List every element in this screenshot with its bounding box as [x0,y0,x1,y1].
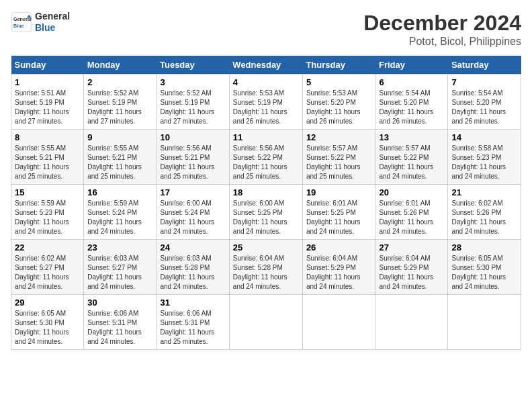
day-number: 11 [233,132,299,142]
calendar-day-13: 13Sunrise: 5:57 AM Sunset: 5:22 PM Dayli… [375,130,448,185]
day-number: 14 [451,132,517,142]
day-detail: Sunrise: 5:54 AM Sunset: 5:20 PM Dayligh… [379,89,444,126]
logo-icon: General Blue [11,11,32,33]
day-detail: Sunrise: 5:53 AM Sunset: 5:19 PM Dayligh… [233,89,299,126]
day-header-saturday: Saturday [448,56,521,75]
day-detail: Sunrise: 5:58 AM Sunset: 5:23 PM Dayligh… [451,144,517,181]
empty-cell [375,295,448,350]
calendar-day-9: 9Sunrise: 5:55 AM Sunset: 5:21 PM Daylig… [84,130,157,185]
calendar-day-3: 3Sunrise: 5:52 AM Sunset: 5:19 PM Daylig… [157,75,229,130]
day-detail: Sunrise: 6:04 AM Sunset: 5:28 PM Dayligh… [233,254,299,291]
calendar-day-30: 30Sunrise: 6:06 AM Sunset: 5:31 PM Dayli… [84,295,157,350]
day-number: 26 [306,242,372,253]
calendar-day-10: 10Sunrise: 5:56 AM Sunset: 5:21 PM Dayli… [157,130,229,185]
calendar-day-2: 2Sunrise: 5:52 AM Sunset: 5:19 PM Daylig… [84,75,157,130]
day-number: 2 [87,77,152,87]
day-number: 12 [306,132,372,142]
day-number: 29 [15,298,80,308]
day-number: 1 [15,77,80,87]
day-detail: Sunrise: 6:04 AM Sunset: 5:29 PM Dayligh… [379,254,444,291]
day-detail: Sunrise: 6:05 AM Sunset: 5:30 PM Dayligh… [15,309,80,347]
calendar-week-1: 1Sunrise: 5:51 AM Sunset: 5:19 PM Daylig… [11,75,521,130]
day-header-friday: Friday [375,56,448,75]
calendar-table: SundayMondayTuesdayWednesdayThursdayFrid… [11,56,521,350]
day-detail: Sunrise: 5:54 AM Sunset: 5:20 PM Dayligh… [451,89,517,126]
day-detail: Sunrise: 5:51 AM Sunset: 5:19 PM Dayligh… [15,89,80,126]
day-detail: Sunrise: 5:56 AM Sunset: 5:22 PM Dayligh… [233,144,299,181]
day-detail: Sunrise: 6:06 AM Sunset: 5:31 PM Dayligh… [87,309,152,347]
empty-cell [448,295,521,350]
day-header-tuesday: Tuesday [157,56,229,75]
day-header-thursday: Thursday [302,56,375,75]
calendar-day-16: 16Sunrise: 5:59 AM Sunset: 5:24 PM Dayli… [84,185,157,240]
day-number: 17 [160,187,225,197]
day-detail: Sunrise: 6:00 AM Sunset: 5:24 PM Dayligh… [160,199,225,236]
day-number: 16 [87,187,152,197]
page-header: General Blue General Blue December 2024 … [11,11,521,48]
day-detail: Sunrise: 6:00 AM Sunset: 5:25 PM Dayligh… [233,199,299,236]
day-number: 19 [306,187,372,197]
calendar-day-4: 4Sunrise: 5:53 AM Sunset: 5:19 PM Daylig… [229,75,302,130]
title-block: December 2024 Potot, Bicol, Philippines [363,11,521,48]
day-detail: Sunrise: 5:52 AM Sunset: 5:19 PM Dayligh… [87,89,152,126]
day-detail: Sunrise: 6:02 AM Sunset: 5:27 PM Dayligh… [15,254,80,291]
calendar-day-17: 17Sunrise: 6:00 AM Sunset: 5:24 PM Dayli… [157,185,229,240]
day-number: 24 [160,242,225,253]
day-detail: Sunrise: 5:53 AM Sunset: 5:20 PM Dayligh… [306,89,372,126]
day-detail: Sunrise: 6:03 AM Sunset: 5:27 PM Dayligh… [87,254,152,291]
month-title: December 2024 [363,11,521,36]
logo-line2: Blue [35,22,55,33]
calendar-day-6: 6Sunrise: 5:54 AM Sunset: 5:20 PM Daylig… [375,75,448,130]
day-detail: Sunrise: 6:04 AM Sunset: 5:29 PM Dayligh… [306,254,372,291]
day-number: 8 [15,132,80,142]
calendar-day-25: 25Sunrise: 6:04 AM Sunset: 5:28 PM Dayli… [229,240,302,295]
calendar-day-12: 12Sunrise: 5:57 AM Sunset: 5:22 PM Dayli… [302,130,375,185]
day-detail: Sunrise: 6:01 AM Sunset: 5:25 PM Dayligh… [306,199,372,236]
day-number: 6 [379,77,444,87]
empty-cell [302,295,375,350]
day-header-wednesday: Wednesday [229,56,302,75]
day-number: 22 [15,242,80,253]
calendar-day-21: 21Sunrise: 6:02 AM Sunset: 5:26 PM Dayli… [448,185,521,240]
calendar-body: 1Sunrise: 5:51 AM Sunset: 5:19 PM Daylig… [11,75,521,350]
day-detail: Sunrise: 5:59 AM Sunset: 5:24 PM Dayligh… [87,199,152,236]
calendar-day-22: 22Sunrise: 6:02 AM Sunset: 5:27 PM Dayli… [11,240,84,295]
logo: General Blue General Blue [11,11,70,34]
calendar-day-28: 28Sunrise: 6:05 AM Sunset: 5:30 PM Dayli… [448,240,521,295]
day-number: 27 [379,242,444,253]
day-number: 28 [451,242,517,253]
day-detail: Sunrise: 6:03 AM Sunset: 5:28 PM Dayligh… [160,254,225,291]
day-detail: Sunrise: 5:59 AM Sunset: 5:23 PM Dayligh… [15,199,80,236]
day-detail: Sunrise: 6:06 AM Sunset: 5:31 PM Dayligh… [160,309,225,347]
day-number: 13 [379,132,444,142]
day-number: 31 [160,298,225,308]
svg-text:Blue: Blue [13,23,24,29]
calendar-day-18: 18Sunrise: 6:00 AM Sunset: 5:25 PM Dayli… [229,185,302,240]
calendar-header-row: SundayMondayTuesdayWednesdayThursdayFrid… [11,56,521,75]
day-number: 10 [160,132,225,142]
day-detail: Sunrise: 6:02 AM Sunset: 5:26 PM Dayligh… [451,199,517,236]
calendar-week-4: 22Sunrise: 6:02 AM Sunset: 5:27 PM Dayli… [11,240,521,295]
day-detail: Sunrise: 5:52 AM Sunset: 5:19 PM Dayligh… [160,89,225,126]
day-header-monday: Monday [84,56,157,75]
location-title: Potot, Bicol, Philippines [363,36,521,48]
calendar-day-11: 11Sunrise: 5:56 AM Sunset: 5:22 PM Dayli… [229,130,302,185]
calendar-day-5: 5Sunrise: 5:53 AM Sunset: 5:20 PM Daylig… [302,75,375,130]
calendar-day-19: 19Sunrise: 6:01 AM Sunset: 5:25 PM Dayli… [302,185,375,240]
calendar-day-7: 7Sunrise: 5:54 AM Sunset: 5:20 PM Daylig… [448,75,521,130]
day-number: 23 [87,242,152,253]
calendar-day-31: 31Sunrise: 6:06 AM Sunset: 5:31 PM Dayli… [157,295,229,350]
day-number: 30 [87,298,152,308]
day-number: 18 [233,187,299,197]
day-detail: Sunrise: 5:56 AM Sunset: 5:21 PM Dayligh… [160,144,225,181]
day-number: 21 [451,187,517,197]
day-number: 9 [87,132,152,142]
calendar-week-2: 8Sunrise: 5:55 AM Sunset: 5:21 PM Daylig… [11,130,521,185]
calendar-day-29: 29Sunrise: 6:05 AM Sunset: 5:30 PM Dayli… [11,295,84,350]
day-detail: Sunrise: 5:57 AM Sunset: 5:22 PM Dayligh… [379,144,444,181]
calendar-day-1: 1Sunrise: 5:51 AM Sunset: 5:19 PM Daylig… [11,75,84,130]
day-number: 3 [160,77,225,87]
day-header-sunday: Sunday [11,56,84,75]
calendar-day-27: 27Sunrise: 6:04 AM Sunset: 5:29 PM Dayli… [375,240,448,295]
day-detail: Sunrise: 6:05 AM Sunset: 5:30 PM Dayligh… [451,254,517,291]
